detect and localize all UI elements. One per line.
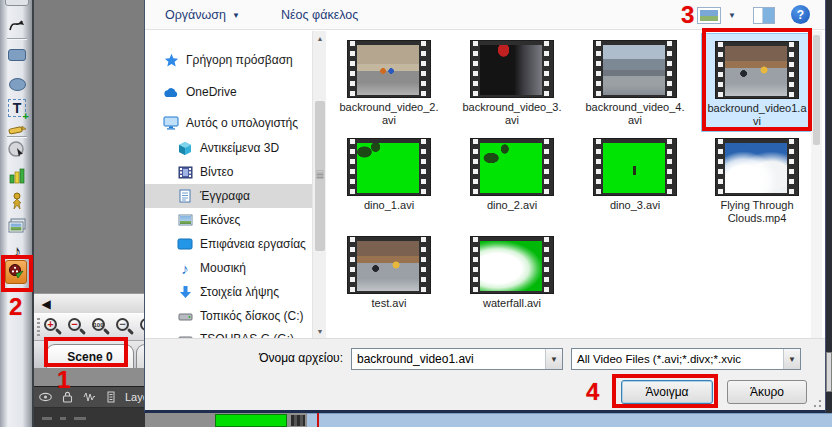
right-edge-widget (826, 352, 832, 392)
help-button[interactable]: ? (791, 5, 810, 24)
new-folder-button[interactable]: Νέος φάκελος (275, 0, 364, 30)
cube-3d-icon (177, 140, 193, 156)
screen: T + ♪ ◀ (0, 0, 832, 427)
file-item[interactable]: dino_2.avi (456, 138, 568, 212)
file-item[interactable]: waterfall.avi (456, 236, 568, 310)
text-tool-glyph: T (13, 100, 22, 116)
sidebar-item-videos[interactable]: Βίντεο (177, 160, 233, 184)
text-tool-icon[interactable]: T + (6, 97, 28, 119)
file-item[interactable]: dino_3.avi (579, 138, 691, 212)
video-thumbnail (470, 40, 554, 98)
download-arrow-icon (177, 284, 193, 300)
file-item[interactable]: test.avi (333, 236, 445, 310)
preview-pane-button[interactable] (753, 7, 775, 24)
partial-tool-button[interactable] (5, 0, 29, 6)
sidebar-item-documents[interactable]: Έγγραφα (145, 184, 317, 208)
dialog-command-bar: Οργάνωση▼ Νέος φάκελος ▼ ? (145, 0, 825, 30)
sidebar-item-3d-objects[interactable]: Αντικείμενα 3D (177, 136, 279, 160)
file-list-scrollbar-thumb[interactable] (813, 35, 820, 145)
view-dropdown-caret[interactable]: ▼ (728, 11, 736, 20)
timeline-ruler[interactable] (307, 413, 832, 427)
rectangle-tool-icon[interactable] (6, 44, 28, 66)
file-item[interactable]: backround_video_2.avi (333, 40, 445, 127)
sidebar-item-local-disk-c[interactable]: Τοπικός δίσκος (C:) (177, 304, 304, 328)
sidebar-item-pictures[interactable]: Εικόνες (177, 208, 240, 232)
nav-scrollbar[interactable]: ▲ ▼ (312, 31, 326, 338)
scroll-down-arrow[interactable]: ▼ (313, 324, 327, 338)
sidebar-item-usb-drive-g[interactable]: TSOUBAS G (G:) (177, 327, 294, 338)
sidebar-item-downloads[interactable]: Στοιχεία λήψης (177, 280, 279, 304)
waveform-icon[interactable] (81, 389, 97, 405)
toolbar-divider (7, 136, 27, 138)
filetype-select[interactable]: All Video Files (*.avi;*.divx;*.xvic ▼ (571, 348, 801, 370)
organize-button[interactable]: Οργάνωση▼ (159, 0, 246, 30)
video-thumbnail (347, 40, 431, 98)
file-list-scrollbar[interactable] (811, 31, 822, 338)
bar-chart-icon[interactable] (6, 164, 28, 186)
file-item[interactable]: Flying Through Clouds.mp4 (701, 138, 813, 225)
hard-disk-icon (177, 308, 193, 324)
cancel-button[interactable]: Άκυρο (727, 380, 807, 404)
cloud-icon (163, 84, 179, 100)
images-tool-icon[interactable] (6, 215, 28, 237)
desktop-icon (177, 236, 193, 252)
annotation-box-2 (1, 255, 33, 292)
scroll-up-arrow[interactable]: ▲ (313, 31, 327, 45)
navigation-pane: Γρήγορη πρόσβαση OneDrive Αυτός ο υπολογ… (145, 31, 317, 338)
change-view-button[interactable] (697, 7, 721, 24)
drawing-toolbar: T + ♪ (0, 0, 34, 427)
film-icon (177, 164, 193, 180)
filename-label: Όνομα αρχείου: (225, 351, 343, 365)
toolbar-divider (7, 38, 27, 40)
zoom-100-button[interactable]: 100 (90, 317, 112, 339)
ellipse-tool-icon[interactable] (6, 73, 28, 95)
timeline-green-clip[interactable] (215, 414, 287, 427)
annotation-box-3 (702, 28, 812, 131)
picture-icon (177, 212, 193, 228)
sidebar-item-desktop[interactable]: Επιφάνεια εργασίας (177, 232, 306, 256)
annotation-box-1 (44, 337, 128, 367)
resize-grip[interactable] (810, 396, 822, 408)
computer-icon (163, 115, 179, 131)
chevron-down-icon: ▼ (232, 11, 240, 20)
filename-dropdown-arrow[interactable]: ▼ (545, 349, 562, 369)
annotation-number-4: 4 (586, 380, 599, 404)
star-icon (163, 52, 179, 68)
sidebar-item-music[interactable]: ♪ Μουσική (177, 256, 246, 280)
playhead-marker[interactable] (317, 413, 319, 427)
annotation-number-3: 3 (681, 3, 694, 27)
list-icon[interactable] (103, 389, 119, 405)
scroll-left-arrow[interactable]: ◀ (38, 296, 54, 312)
dialog-footer: Όνομα αρχείου: backround_video1.avi ▼ Al… (145, 338, 825, 410)
video-thumbnail (593, 40, 677, 98)
annotation-number-2: 2 (9, 295, 22, 319)
file-item[interactable]: backround_video_3.avi (456, 40, 568, 127)
filename-input[interactable]: backround_video1.avi ▼ (351, 348, 563, 370)
sidebar-item-onedrive[interactable]: OneDrive (163, 80, 237, 104)
filetype-dropdown-arrow[interactable]: ▼ (783, 349, 800, 369)
nav-scrollbar-thumb[interactable] (315, 101, 325, 251)
video-thumbnail (347, 236, 431, 294)
horizontal-scroll-strip: ◀ (34, 293, 160, 313)
wheel-tool-icon[interactable] (6, 139, 28, 161)
panel-spacer (34, 368, 160, 386)
annotation-number-1: 1 (57, 368, 70, 392)
eye-icon[interactable] (37, 389, 53, 405)
curve-tool-icon[interactable] (6, 13, 28, 35)
music-note-icon: ♪ (177, 260, 193, 276)
timeline-panel: Layer (34, 386, 145, 427)
document-icon (177, 188, 193, 204)
file-item[interactable]: backround_video_4.avi (579, 40, 691, 127)
timeline-tick-marks (291, 415, 305, 426)
character-tool-icon[interactable] (6, 190, 28, 212)
zoom-fit-button[interactable]: − (114, 317, 136, 339)
file-item[interactable]: dino_1.avi (333, 138, 445, 212)
video-thumbnail (470, 138, 554, 196)
zoom-in-button[interactable]: + (42, 317, 64, 339)
sidebar-item-quick-access[interactable]: Γρήγορη πρόσβαση (163, 48, 293, 72)
toolbar-grip (37, 318, 40, 338)
video-thumbnail (593, 138, 677, 196)
zoom-out-button[interactable]: − (66, 317, 88, 339)
sidebar-item-this-pc[interactable]: Αυτός ο υπολογιστής (163, 111, 298, 135)
video-thumbnail (715, 138, 799, 196)
